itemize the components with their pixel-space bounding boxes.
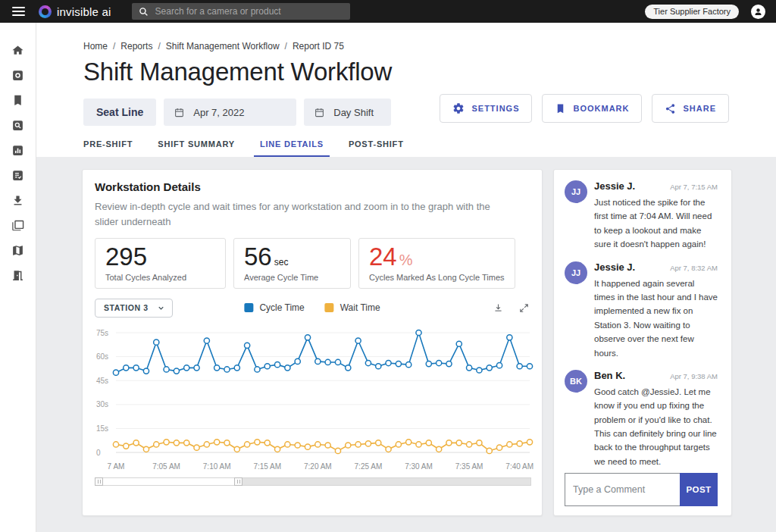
checklist-icon: [11, 169, 24, 182]
card-description: Review in-depth cycle and wait times for…: [95, 199, 508, 229]
comment-body: Ben K. Apr 7, 9:38 AM Good catch @Jessie…: [594, 370, 718, 468]
chart-range-slider[interactable]: [95, 477, 531, 486]
chart-legend: Cycle Time Wait Time: [244, 302, 380, 313]
menu-icon[interactable]: [12, 7, 25, 16]
svg-text:7:35 AM: 7:35 AM: [455, 462, 483, 471]
post-button[interactable]: POST: [680, 473, 718, 506]
comment-input[interactable]: [565, 473, 680, 506]
comment-timestamp: Apr 7, 8:32 AM: [670, 264, 718, 272]
station-select[interactable]: STATION 3: [95, 299, 173, 318]
search-bar[interactable]: [132, 3, 350, 20]
date-filter-value: Apr 7, 2022: [193, 107, 244, 118]
settings-button[interactable]: SETTINGS: [440, 94, 532, 123]
camera-search-icon: [11, 119, 24, 132]
sidebar-item-reports-checklist[interactable]: [0, 163, 36, 188]
sidebar-item-analytics[interactable]: [0, 138, 36, 163]
breadcrumb-workflow[interactable]: Shift Management Workflow: [166, 41, 280, 52]
tab-shift-summary[interactable]: SHIFT SUMMARY: [152, 139, 241, 157]
svg-text:7:40 AM: 7:40 AM: [505, 462, 534, 471]
tab-line-details[interactable]: LINE DETAILS: [254, 139, 330, 157]
calendar-icon: [314, 107, 325, 118]
comment-body: Jessie J. Apr 7, 7:15 AM Just noticed th…: [594, 180, 718, 252]
bookmark-icon: [11, 94, 24, 107]
brand-logo[interactable]: invisible ai: [39, 5, 111, 18]
cycle-chart[interactable]: 015s30s45s60s75s7 AM7:05 AM7:10 AM7:15 A…: [95, 324, 531, 475]
avatar: BK: [565, 370, 587, 393]
breadcrumb-separator: /: [113, 41, 115, 52]
sidebar-item-camera-search[interactable]: [0, 113, 36, 138]
stat-total-cycles: 295 Total Cycles Analyzed: [95, 238, 226, 289]
stats-row: 295 Total Cycles Analyzed 56sec Average …: [95, 238, 530, 289]
chart-controls: STATION 3 Cycle Time Wait Time: [95, 299, 530, 318]
svg-text:60s: 60s: [96, 352, 108, 361]
gear-icon: [452, 102, 465, 114]
slider-unselected-area: [239, 478, 530, 485]
org-badge[interactable]: Tier Supplier Factory: [645, 5, 739, 19]
sidebar-item-home[interactable]: [0, 38, 36, 63]
comment: JJ Jessie J. Apr 7, 8:32 AM It happened …: [565, 261, 718, 360]
stat-label: Average Cycle Time: [244, 273, 340, 282]
tab-pre-shift[interactable]: PRE-SHIFT: [77, 139, 139, 157]
search-input[interactable]: [155, 6, 343, 17]
breadcrumb: Home / Reports / Shift Management Workfl…: [83, 41, 776, 52]
search-icon: [139, 7, 149, 17]
breadcrumb-home[interactable]: Home: [83, 41, 108, 52]
main-area: Home / Reports / Shift Management Workfl…: [36, 23, 776, 532]
stat-value-0: 295: [105, 243, 215, 271]
svg-text:45s: 45s: [96, 377, 108, 385]
chevron-down-icon: [157, 304, 165, 312]
calendar-icon: [174, 107, 185, 118]
comment: BK Ben K. Apr 7, 9:38 AM Good catch @Jes…: [565, 370, 718, 468]
stat-label: Total Cycles Analyzed: [105, 273, 215, 282]
sidebar-item-cameras[interactable]: [0, 63, 36, 88]
card-title: Workstation Details: [95, 180, 530, 193]
date-filter-chip[interactable]: Apr 7, 2022: [164, 99, 296, 126]
svg-text:15s: 15s: [96, 424, 108, 433]
slider-handle-left[interactable]: [95, 477, 103, 486]
download-chart-button[interactable]: [493, 302, 504, 314]
svg-text:0: 0: [96, 448, 101, 456]
sidebar-item-bookmarks[interactable]: [0, 88, 36, 113]
expand-chart-button[interactable]: [518, 302, 530, 314]
shift-filter-chip[interactable]: Day Shift: [304, 99, 391, 126]
breadcrumb-report-id[interactable]: Report ID 75: [293, 41, 344, 52]
comment-timestamp: Apr 7, 9:38 AM: [670, 372, 718, 380]
cycle-time-swatch: [244, 303, 253, 312]
comment-text: Good catch @JessieJ. Let me know if you …: [594, 385, 718, 468]
comment-timestamp: Apr 7, 7:15 AM: [670, 183, 718, 191]
svg-text:7:25 AM: 7:25 AM: [355, 462, 383, 471]
stat-average-cycle-time: 56sec Average Cycle Time: [233, 238, 351, 289]
left-sidebar: [0, 23, 36, 532]
sidebar-item-multi-view[interactable]: [0, 213, 36, 238]
sidebar-item-map[interactable]: [0, 238, 36, 263]
line-filter-chip[interactable]: Seat Line: [83, 99, 156, 126]
download-icon: [11, 194, 24, 207]
download-icon: [493, 302, 504, 314]
tab-post-shift[interactable]: POST-SHIFT: [343, 139, 410, 157]
factory-door-icon: [11, 269, 24, 282]
comment-input-row: POST: [565, 473, 718, 506]
slider-handle-right[interactable]: [234, 477, 242, 486]
avatar: JJ: [565, 261, 587, 284]
share-button[interactable]: SHARE: [652, 94, 729, 123]
svg-text:7:30 AM: 7:30 AM: [405, 462, 433, 471]
home-icon: [11, 44, 24, 57]
avatar: JJ: [565, 180, 587, 203]
camera-icon: [11, 69, 24, 82]
sidebar-item-factory[interactable]: [0, 263, 36, 288]
map-icon: [11, 244, 24, 257]
multi-window-icon: [11, 219, 24, 232]
sidebar-item-downloads[interactable]: [0, 188, 36, 213]
comment-author: Ben K.: [594, 370, 625, 381]
bookmark-label: BOOKMARK: [573, 104, 629, 113]
breadcrumb-reports[interactable]: Reports: [120, 41, 152, 52]
account-icon: [753, 6, 764, 17]
account-button[interactable]: [751, 5, 765, 19]
comment-text: It happened again several times in the l…: [594, 277, 718, 360]
comment-head: Jessie J. Apr 7, 7:15 AM: [594, 180, 718, 192]
logo-icon: [39, 5, 52, 18]
svg-text:7:15 AM: 7:15 AM: [253, 462, 281, 471]
bookmark-button[interactable]: BOOKMARK: [542, 94, 642, 123]
workstation-details-card: Workstation Details Review in-depth cycl…: [82, 169, 543, 516]
page-title: Shift Management Workflow: [83, 58, 776, 86]
